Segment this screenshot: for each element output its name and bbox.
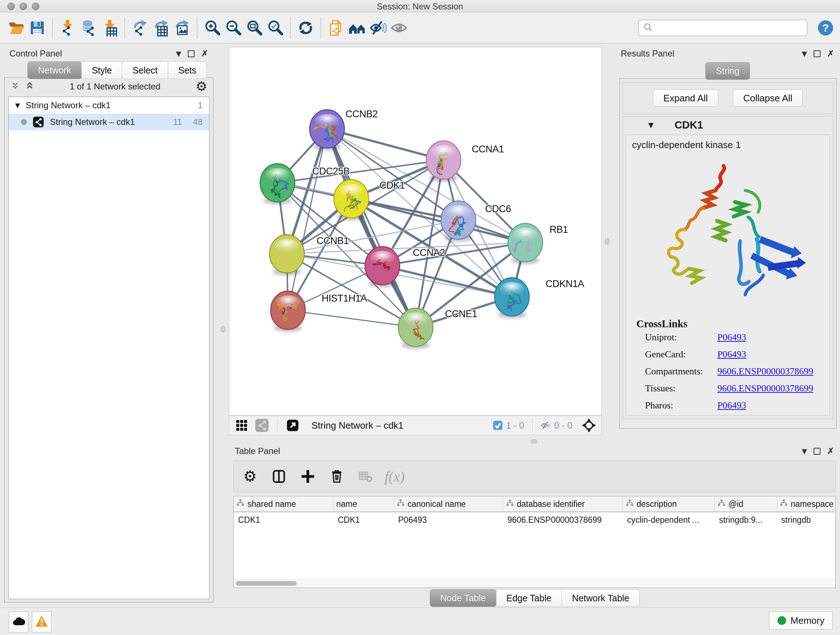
add-column-button[interactable]: [299, 467, 317, 486]
crosslink-link[interactable]: P06493: [717, 332, 746, 343]
tab-sets[interactable]: Sets: [168, 62, 207, 79]
bottom-splitter-grip[interactable]: [531, 439, 537, 444]
network-node-CDC6[interactable]: [441, 201, 476, 242]
network-node-RB1[interactable]: [508, 223, 543, 264]
window-title: Session: New Session: [0, 2, 840, 11]
zoom-in-button[interactable]: [202, 17, 223, 39]
table-cell[interactable]: stringdb:9...: [714, 512, 777, 527]
tab-network[interactable]: Network: [27, 62, 82, 79]
network-options-gear-icon[interactable]: ⚙: [196, 80, 207, 93]
tab-style[interactable]: Style: [81, 62, 123, 79]
column-header--id[interactable]: @id: [714, 496, 777, 512]
zoom-out-button[interactable]: [223, 17, 244, 39]
table-cell[interactable]: P06493: [393, 512, 503, 527]
zoom-selected-button[interactable]: [265, 17, 286, 39]
grid-view-icon[interactable]: [234, 418, 249, 432]
table-cell[interactable]: stringdb: [777, 512, 836, 527]
table-cell[interactable]: CDK1: [234, 512, 333, 527]
column-header-canonical-name[interactable]: canonical name: [393, 496, 503, 512]
table-horizontal-scrollbar[interactable]: [234, 579, 835, 587]
main-toolbar: ?: [0, 12, 840, 43]
collapse-all-button[interactable]: Collapse All: [733, 89, 803, 107]
crosslink-link[interactable]: P06493: [717, 349, 746, 360]
collapse-all-networks-icon[interactable]: [11, 81, 20, 92]
tab-node-table[interactable]: Node Table: [430, 589, 496, 607]
export-network-button[interactable]: [129, 17, 150, 39]
save-session-button[interactable]: [27, 17, 48, 39]
column-header-description[interactable]: description: [622, 496, 714, 512]
left-splitter-grip[interactable]: [221, 326, 225, 333]
export-table-button[interactable]: [150, 17, 172, 39]
results-panel-close-icon[interactable]: ✗: [827, 49, 834, 59]
table-panel-close-icon[interactable]: ✗: [827, 446, 834, 456]
apply-preferred-layout-button[interactable]: [295, 17, 316, 39]
network-from-document-button[interactable]: [325, 17, 347, 39]
results-panel-maximize-icon[interactable]: [813, 50, 821, 57]
table-cell[interactable]: 9606.ENSP00000378699: [503, 512, 622, 527]
column-header-shared-name[interactable]: shared name: [234, 496, 333, 512]
control-panel-maximize-icon[interactable]: [188, 50, 195, 57]
zoom-fit-button[interactable]: [244, 17, 265, 39]
table-panel-float-icon[interactable]: ▼: [802, 447, 807, 455]
right-splitter-grip[interactable]: [605, 238, 609, 245]
search-box[interactable]: [638, 19, 807, 36]
crosslink-link[interactable]: 9606.ENSP00000378699: [717, 383, 813, 394]
cloud-status-button[interactable]: [9, 611, 28, 632]
table-panel-maximize-icon[interactable]: [813, 448, 821, 455]
network-row-label: String Network – cdk1: [50, 117, 135, 127]
import-network-file-button[interactable]: [57, 17, 78, 39]
open-session-button[interactable]: [6, 17, 27, 39]
entry-collapse-icon[interactable]: ▼: [648, 121, 654, 129]
network-node-CCNE1[interactable]: [398, 308, 433, 349]
network-node-CCNB1[interactable]: [270, 234, 304, 276]
network-edge[interactable]: [288, 129, 327, 310]
help-button[interactable]: ?: [817, 19, 834, 36]
expand-all-networks-icon[interactable]: [25, 81, 34, 92]
network-edge[interactable]: [288, 310, 416, 327]
table-cell[interactable]: cyclin-dependent ...: [622, 512, 714, 527]
scrollbar-thumb[interactable]: [236, 581, 297, 586]
import-network-database-button[interactable]: [78, 17, 99, 39]
table-cell[interactable]: CDK1: [333, 512, 393, 527]
warnings-button[interactable]: [32, 611, 51, 632]
column-header-namespace[interactable]: namespace: [777, 496, 836, 512]
network-node-CCNB2[interactable]: [309, 110, 344, 150]
show-details-eye-button[interactable]: [388, 17, 409, 39]
network-node-CDKN1A[interactable]: [494, 278, 529, 318]
expand-all-button[interactable]: Expand All: [653, 89, 718, 107]
delete-columns-button[interactable]: [328, 467, 346, 486]
protein-structure-image[interactable]: [648, 156, 807, 312]
network-row[interactable]: String Network – cdk1 11 48: [9, 114, 209, 130]
collection-expander-icon[interactable]: ▼: [15, 102, 20, 109]
crosslink-link[interactable]: 9606.ENSP00000378699: [717, 366, 813, 377]
control-panel-close-icon[interactable]: ✗: [201, 49, 208, 59]
network-edge[interactable]: [382, 266, 512, 297]
network-canvas[interactable]: CCNB2CCNA1CDC25BCDK1CDC6RB1CCNB1CCNA2CDK…: [229, 47, 602, 416]
network-collection-row[interactable]: ▼ String Network – cdk1 1: [9, 97, 209, 114]
tab-select[interactable]: Select: [122, 62, 168, 79]
selected-checkbox-icon[interactable]: [493, 420, 503, 431]
show-columns-button[interactable]: [270, 467, 288, 486]
home-gallery-button[interactable]: [347, 17, 368, 39]
control-panel-float-icon[interactable]: ▼: [176, 50, 181, 57]
network-node-CDK1[interactable]: [334, 180, 369, 220]
tab-network-table[interactable]: Network Table: [561, 589, 639, 607]
network-node-CDC25B[interactable]: [260, 164, 295, 204]
tab-string[interactable]: String: [706, 62, 750, 80]
table-settings-gear-button[interactable]: ⚙: [241, 467, 259, 486]
navigator-crosshair-icon[interactable]: [582, 418, 596, 432]
export-image-button[interactable]: [172, 17, 193, 39]
memory-button[interactable]: Memory: [769, 611, 833, 630]
column-header-name[interactable]: name: [333, 496, 393, 512]
import-table-file-button[interactable]: [99, 17, 120, 39]
results-panel-float-icon[interactable]: ▼: [802, 50, 807, 57]
network-node-CCNA1[interactable]: [426, 141, 461, 182]
search-input[interactable]: [656, 22, 802, 33]
crosslink-link[interactable]: P06493: [717, 400, 746, 411]
table-row[interactable]: CDK1CDK1P064939606.ENSP00000378699cyclin…: [234, 512, 836, 527]
tab-edge-table[interactable]: Edge Table: [496, 589, 562, 607]
column-header-database-identifier[interactable]: database identifier: [503, 496, 622, 512]
detach-view-icon[interactable]: [286, 418, 300, 432]
toggle-graphics-details-button[interactable]: [368, 17, 388, 39]
network-node-HIST1H1A[interactable]: [271, 291, 305, 332]
